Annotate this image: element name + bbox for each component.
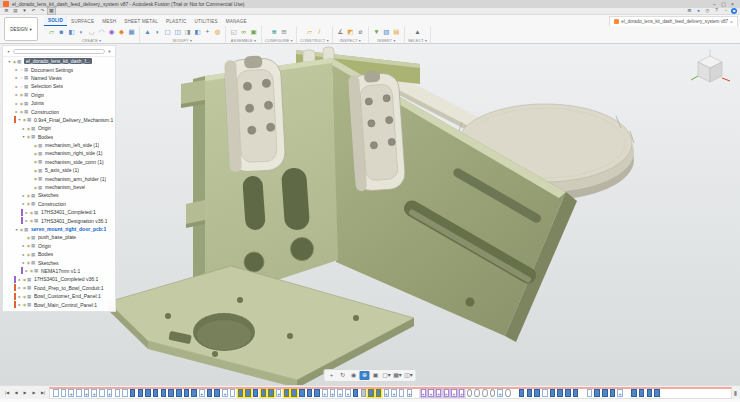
joint-feature[interactable]: + (68, 389, 74, 397)
save-icon[interactable]: ▼ (21, 8, 28, 14)
select-cursor-icon[interactable]: ▲ (413, 27, 422, 37)
play-button[interactable]: ▶ (21, 388, 29, 397)
sketch-feature[interactable] (76, 389, 82, 397)
sketch-feature[interactable] (230, 389, 236, 397)
revolve-icon[interactable]: ◐ (77, 27, 86, 37)
box-icon[interactable]: ■ (57, 27, 66, 37)
close-button[interactable]: × (728, 0, 737, 8)
hole-icon[interactable]: ◉ (107, 27, 116, 37)
joint-feature[interactable]: + (276, 389, 282, 397)
browser-item[interactable]: ▾◉▦servo_mount_right_door_pcb:1 (3, 225, 115, 233)
show-data-panel-icon[interactable]: ⊞ (3, 8, 10, 14)
joint-icon[interactable]: ∞ (239, 27, 248, 37)
pan-icon[interactable]: + (327, 371, 337, 380)
document-tab[interactable]: el_dorado_lens_kit_dash_feed_delivery_sy… (609, 16, 738, 26)
sketch-feature[interactable] (53, 389, 59, 397)
sketch-feature[interactable] (542, 389, 548, 397)
solid-feature[interactable] (557, 389, 563, 397)
purple-highlighted-joint[interactable]: + (451, 389, 457, 397)
appearance-icon[interactable]: ◍ (213, 27, 222, 37)
zoom-icon[interactable]: ⊕ (360, 371, 370, 380)
grid-settings-icon[interactable]: ▦▾ (393, 371, 403, 380)
solid-feature[interactable] (168, 389, 174, 397)
solid-feature[interactable] (639, 389, 645, 397)
solid-feature[interactable] (550, 389, 556, 397)
solid-feature[interactable] (573, 389, 579, 397)
redo-icon[interactable]: ↷ (39, 8, 46, 14)
timeline-end-marker[interactable]: ▮ (734, 389, 737, 396)
split-body-icon[interactable]: ◧ (193, 27, 202, 37)
browser-item[interactable]: ◉▦push_base_plate (3, 233, 115, 241)
solid-feature[interactable] (176, 389, 182, 397)
sketch-feature[interactable] (122, 389, 128, 397)
maximize-button[interactable]: ▢ (719, 0, 728, 8)
highlighted-feature[interactable] (368, 389, 374, 397)
purple-highlighted-joint[interactable]: + (444, 389, 450, 397)
browser-menu-icon[interactable]: ▾ (6, 49, 11, 54)
solid-feature[interactable] (353, 389, 359, 397)
highlighted-feature[interactable] (284, 389, 290, 397)
ribbon-group-label[interactable]: CONSTRUCT ▾ (300, 38, 329, 43)
orbit-icon[interactable]: ↻ (338, 371, 348, 380)
minimize-button[interactable]: – (710, 0, 719, 8)
component-occurrence[interactable] (474, 389, 480, 397)
browser-item[interactable]: ▾◉▦0.9x4_Final_Delivery_Mechanism:1 (3, 116, 115, 124)
solid-feature[interactable] (654, 389, 660, 397)
component-occurrence[interactable] (505, 389, 511, 397)
joint-feature[interactable]: + (107, 389, 113, 397)
component-occurrence[interactable] (467, 389, 473, 397)
browser-item[interactable]: ▸○▦Document Settings (3, 65, 115, 73)
solid-feature[interactable] (307, 389, 313, 397)
browser-item[interactable]: ▸◉▦Bowl_Customer_End_Panel:1 (3, 292, 115, 300)
solid-feature[interactable] (161, 389, 167, 397)
model-clamp-front[interactable] (224, 55, 286, 173)
file-menu-icon[interactable]: ▤ (12, 8, 19, 14)
user-avatar[interactable]: ☻ (731, 8, 737, 14)
purple-highlighted-joint[interactable]: + (459, 389, 465, 397)
tab-mesh[interactable]: MESH (98, 17, 120, 26)
joint-feature[interactable]: + (322, 389, 328, 397)
insert-derive-icon[interactable]: ▼ (372, 27, 381, 37)
browser-item[interactable]: ▸◉▦Joints (3, 99, 115, 107)
solid-feature[interactable] (299, 389, 305, 397)
highlighted-feature[interactable] (268, 389, 274, 397)
fit-icon[interactable]: ▣ (371, 371, 381, 380)
ribbon-group-label[interactable]: CREATE ▾ (47, 38, 136, 43)
solid-feature[interactable] (207, 389, 213, 397)
browser-item[interactable]: ▸○▦Selection Sets (3, 82, 115, 90)
joint-feature[interactable]: + (222, 389, 228, 397)
joint-feature[interactable]: + (384, 389, 390, 397)
sweep-icon[interactable]: ◡ (87, 27, 96, 37)
browser-item[interactable]: ▸◉▦Bodies (3, 250, 115, 258)
joint-feature[interactable]: + (407, 389, 413, 397)
close-document-icon[interactable]: × (730, 19, 733, 25)
ribbon-group-label[interactable]: SELECT ▾ (408, 38, 427, 43)
browser-item[interactable]: ▸◉▦Origin (3, 91, 115, 99)
browser-item[interactable]: ◉▦5_axis_side (1) (3, 166, 115, 174)
browser-filter-icon[interactable]: ▼ (107, 49, 112, 54)
insert-mesh-icon[interactable]: ▤ (392, 27, 401, 37)
tab-manage[interactable]: MANAGE (222, 17, 251, 26)
solid-feature[interactable] (594, 389, 600, 397)
solid-feature[interactable] (253, 389, 259, 397)
create-sketch-icon[interactable]: ▱ (47, 27, 56, 37)
browser-item[interactable]: ◉▦mechanism_right_side (1) (3, 149, 115, 157)
active-tool-icon[interactable]: ▦ (48, 8, 55, 14)
view-cube[interactable] (688, 48, 732, 98)
configuration-table-icon[interactable]: ⊞ (279, 27, 288, 37)
decal-icon[interactable]: ▧ (382, 27, 391, 37)
solid-feature[interactable] (184, 389, 190, 397)
ribbon-group-label[interactable]: INSERT ▾ (372, 38, 401, 43)
component-occurrence[interactable] (490, 389, 496, 397)
browser-item[interactable]: ◉▦mechanism_left_side (1) (3, 141, 115, 149)
tab-surface[interactable]: SURFACE (67, 17, 98, 26)
model-clamp-rear[interactable] (348, 69, 406, 191)
model-base-plate[interactable] (108, 266, 414, 385)
help-icon[interactable]: ? (713, 8, 720, 14)
tab-sheet-metal[interactable]: SHEET METAL (120, 17, 162, 26)
joint-feature[interactable]: + (497, 389, 503, 397)
tab-plastic[interactable]: PLASTIC (162, 17, 191, 26)
solid-feature[interactable] (153, 389, 159, 397)
construction-axis-icon[interactable]: / (315, 27, 324, 37)
solid-feature[interactable] (602, 389, 608, 397)
